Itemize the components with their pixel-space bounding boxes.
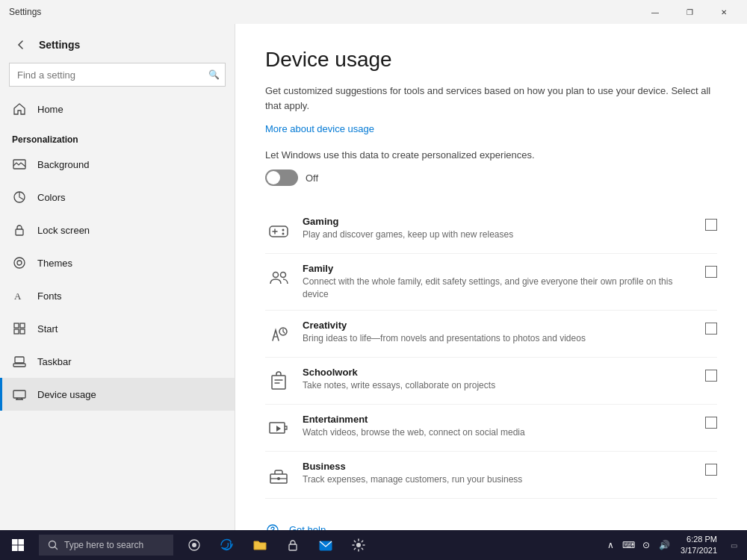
entertainment-icon bbox=[265, 415, 292, 442]
sidebar-item-start-label: Start bbox=[37, 323, 58, 335]
sidebar-item-start[interactable]: Start bbox=[0, 312, 235, 345]
close-button[interactable]: ✕ bbox=[707, 0, 741, 24]
network-icon[interactable]: ⊙ bbox=[639, 538, 654, 553]
sidebar: Settings 🔍 Home Personalization Backgrou… bbox=[0, 24, 235, 530]
gaming-icon bbox=[265, 217, 292, 244]
schoolwork-checkbox[interactable] bbox=[705, 370, 717, 382]
option-family: Family Connect with the whole family, ed… bbox=[265, 254, 717, 311]
svg-rect-26 bbox=[12, 539, 18, 545]
lock-app-icon bbox=[285, 538, 300, 553]
colors-icon bbox=[12, 190, 27, 205]
sidebar-item-home-label: Home bbox=[37, 104, 63, 115]
sidebar-top: Settings bbox=[0, 24, 235, 63]
taskbar-time[interactable]: 6:28 PM 3/17/2021 bbox=[675, 534, 723, 557]
edge-icon bbox=[220, 538, 235, 553]
svg-rect-10 bbox=[13, 364, 25, 367]
family-desc: Connect with the whole family, edit safe… bbox=[303, 276, 695, 301]
creativity-text: Creativity Bring ideas to life—from nove… bbox=[303, 320, 695, 345]
gaming-checkbox[interactable] bbox=[705, 219, 717, 231]
sidebar-item-colors[interactable]: Colors bbox=[0, 181, 235, 214]
taskbar-search-icon bbox=[48, 540, 58, 550]
svg-point-4 bbox=[14, 258, 25, 268]
maximize-button[interactable]: ❐ bbox=[672, 0, 707, 24]
business-text: Business Track expenses, manage customer… bbox=[303, 461, 695, 486]
home-icon bbox=[12, 102, 27, 116]
settings-app-icon bbox=[351, 538, 366, 553]
titlebar: Settings — ❐ ✕ bbox=[0, 0, 747, 24]
business-icon bbox=[265, 462, 292, 489]
more-about-link[interactable]: More about device usage bbox=[265, 123, 374, 134]
creativity-name: Creativity bbox=[303, 320, 695, 331]
sidebar-item-fonts-label: Fonts bbox=[37, 290, 62, 302]
creativity-checkbox[interactable] bbox=[705, 323, 717, 335]
get-help-link[interactable]: Get help bbox=[289, 524, 326, 530]
schoolwork-desc: Take notes, write essays, collaborate on… bbox=[303, 379, 695, 392]
taskbar-icon bbox=[12, 354, 27, 369]
taskbar-right: ∧ ⌨ ⊙ 🔊 6:28 PM 3/17/2021 ▭ bbox=[603, 534, 747, 557]
family-text: Family Connect with the whole family, ed… bbox=[303, 263, 695, 301]
taskbar-search[interactable]: Type here to search bbox=[39, 535, 173, 556]
edge-button[interactable] bbox=[212, 530, 242, 560]
schoolwork-name: Schoolwork bbox=[303, 367, 695, 378]
minimize-button[interactable]: — bbox=[638, 0, 672, 24]
taskbar-system: ∧ ⌨ ⊙ 🔊 bbox=[603, 538, 672, 553]
sidebar-item-background[interactable]: Background bbox=[0, 148, 235, 181]
toggle-knob bbox=[267, 171, 280, 184]
titlebar-title: Settings bbox=[9, 7, 41, 17]
personalization-label: Personalization bbox=[0, 125, 235, 148]
sidebar-item-colors-label: Colors bbox=[37, 192, 66, 203]
svg-rect-6 bbox=[14, 323, 19, 328]
svg-point-35 bbox=[356, 543, 361, 547]
file-explorer-button[interactable] bbox=[245, 530, 275, 560]
svg-rect-8 bbox=[14, 329, 19, 334]
sidebar-item-taskbar[interactable]: Taskbar bbox=[0, 345, 235, 378]
back-button[interactable] bbox=[9, 33, 33, 57]
app-body: Settings 🔍 Home Personalization Backgrou… bbox=[0, 24, 747, 530]
mail-button[interactable] bbox=[311, 530, 341, 560]
entertainment-desc: Watch videos, browse the web, connect on… bbox=[303, 426, 695, 439]
sidebar-item-themes[interactable]: Themes bbox=[0, 246, 235, 279]
entertainment-name: Entertainment bbox=[303, 414, 695, 425]
svg-rect-2 bbox=[16, 229, 23, 235]
time-display: 6:28 PM bbox=[681, 534, 717, 545]
sidebar-item-home[interactable]: Home bbox=[0, 93, 235, 125]
family-name: Family bbox=[303, 263, 695, 274]
option-entertainment: Entertainment Watch videos, browse the w… bbox=[265, 405, 717, 452]
fonts-icon: A bbox=[12, 288, 27, 303]
business-name: Business bbox=[303, 461, 695, 472]
schoolwork-text: Schoolwork Take notes, write essays, col… bbox=[303, 367, 695, 392]
sidebar-item-lockscreen[interactable]: Lock screen bbox=[0, 214, 235, 246]
system-tray-icon[interactable]: ∧ bbox=[603, 538, 618, 553]
taskbar-search-text: Type here to search bbox=[64, 540, 143, 550]
svg-point-32 bbox=[192, 543, 196, 547]
sidebar-item-fonts[interactable]: A Fonts bbox=[0, 279, 235, 312]
lock-app-button[interactable] bbox=[278, 530, 308, 560]
start-button[interactable] bbox=[0, 530, 36, 560]
page-title: Device usage bbox=[265, 48, 717, 72]
toggle-switch[interactable] bbox=[265, 169, 298, 186]
themes-icon bbox=[12, 255, 27, 270]
sidebar-item-device-usage[interactable]: Device usage bbox=[0, 378, 235, 411]
svg-rect-19 bbox=[272, 376, 285, 389]
schoolwork-icon bbox=[265, 368, 292, 395]
show-desktop-button[interactable]: ▭ bbox=[726, 538, 741, 553]
svg-point-3 bbox=[17, 261, 22, 265]
business-checkbox[interactable] bbox=[705, 464, 717, 476]
svg-rect-29 bbox=[19, 546, 25, 552]
family-checkbox[interactable] bbox=[705, 266, 717, 278]
svg-point-17 bbox=[281, 273, 286, 278]
lock-icon bbox=[12, 223, 27, 237]
entertainment-checkbox[interactable] bbox=[705, 417, 717, 429]
settings-app-button[interactable] bbox=[344, 530, 374, 560]
search-input[interactable] bbox=[9, 63, 226, 87]
task-view-button[interactable] bbox=[179, 530, 209, 560]
speaker-icon[interactable]: 🔊 bbox=[657, 538, 672, 553]
svg-point-22 bbox=[277, 477, 280, 480]
option-gaming: Gaming Play and discover games, keep up … bbox=[265, 207, 717, 254]
task-view-icon bbox=[187, 538, 201, 552]
svg-text:A: A bbox=[14, 290, 22, 302]
titlebar-controls: — ❐ ✕ bbox=[638, 0, 741, 24]
sidebar-item-themes-label: Themes bbox=[37, 258, 72, 269]
svg-point-14 bbox=[282, 229, 285, 231]
windows-icon bbox=[11, 538, 25, 552]
